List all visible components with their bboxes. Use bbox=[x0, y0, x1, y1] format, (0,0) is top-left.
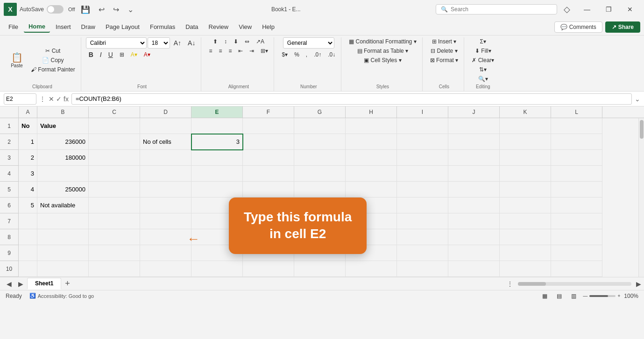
vertical-scrollbar[interactable] bbox=[638, 118, 644, 277]
sheet-nav-right[interactable]: ▶ bbox=[15, 279, 26, 289]
cell-c5[interactable] bbox=[89, 182, 140, 198]
close-button[interactable]: ✕ bbox=[620, 3, 640, 16]
align-right-button[interactable]: ≡ bbox=[226, 47, 234, 55]
cell-j10[interactable] bbox=[448, 261, 500, 277]
confirm-formula-button[interactable]: ✓ bbox=[56, 95, 62, 103]
sheet-nav-left[interactable]: ◀ bbox=[4, 279, 14, 289]
format-as-table-button[interactable]: ▤ Format as Table ▾ bbox=[354, 47, 411, 55]
cell-c3[interactable] bbox=[89, 150, 140, 166]
cell-c8[interactable] bbox=[89, 229, 140, 245]
cell-h5[interactable] bbox=[346, 182, 397, 198]
copy-button[interactable]: 📄 Copy bbox=[28, 56, 78, 64]
cell-a5[interactable]: 4 bbox=[19, 182, 37, 198]
col-header-c[interactable]: C bbox=[89, 106, 140, 118]
zoom-slider[interactable] bbox=[589, 295, 616, 297]
save-button[interactable]: 💾 bbox=[78, 3, 93, 16]
cell-l10[interactable] bbox=[551, 261, 602, 277]
italic-button[interactable]: I bbox=[97, 50, 105, 59]
cell-k1[interactable] bbox=[500, 118, 551, 134]
decrease-font-button[interactable]: A↓ bbox=[185, 38, 198, 48]
cell-b8[interactable] bbox=[37, 229, 89, 245]
cell-e2[interactable]: 3 bbox=[191, 134, 243, 150]
percent-button[interactable]: % bbox=[291, 50, 302, 59]
cell-i7[interactable] bbox=[397, 213, 448, 229]
cell-i4[interactable] bbox=[397, 166, 448, 182]
row-num-5[interactable]: 5 bbox=[0, 182, 19, 198]
cell-i9[interactable] bbox=[397, 245, 448, 261]
border-button[interactable]: ⊞ bbox=[117, 50, 127, 59]
normal-view-button[interactable]: ▦ bbox=[539, 292, 550, 300]
col-header-d[interactable]: D bbox=[140, 106, 191, 118]
cell-e4[interactable] bbox=[191, 166, 243, 182]
cell-b2[interactable]: 236000 bbox=[37, 134, 89, 150]
insert-function-button[interactable]: fx bbox=[64, 95, 69, 103]
menu-data[interactable]: Data bbox=[181, 21, 203, 32]
cell-h1[interactable] bbox=[346, 118, 397, 134]
col-header-f[interactable]: F bbox=[243, 106, 294, 118]
cell-j4[interactable] bbox=[448, 166, 500, 182]
cell-l8[interactable] bbox=[551, 229, 602, 245]
number-format-select[interactable]: General bbox=[283, 37, 334, 49]
cell-d9[interactable] bbox=[140, 245, 191, 261]
cell-k2[interactable] bbox=[500, 134, 551, 150]
align-middle-button[interactable]: ↕ bbox=[221, 37, 230, 46]
bold-button[interactable]: B bbox=[86, 50, 96, 59]
page-layout-view-button[interactable]: ▤ bbox=[554, 292, 565, 300]
customize-qat-button[interactable]: ⌄ bbox=[125, 3, 136, 16]
menu-draw[interactable]: Draw bbox=[77, 21, 100, 32]
cell-h2[interactable] bbox=[346, 134, 397, 150]
col-header-j[interactable]: J bbox=[448, 106, 500, 118]
decrease-decimal-button[interactable]: .0↓ bbox=[325, 50, 338, 59]
sort-filter-button[interactable]: ⇅▾ bbox=[476, 65, 489, 74]
page-break-view-button[interactable]: ▥ bbox=[568, 292, 579, 300]
redo-button[interactable]: ↪ bbox=[110, 3, 122, 16]
menu-view[interactable]: View bbox=[234, 21, 256, 32]
cell-c2[interactable] bbox=[89, 134, 140, 150]
cell-a7[interactable] bbox=[19, 213, 37, 229]
cell-f3[interactable] bbox=[243, 150, 294, 166]
horizontal-scroll-thumb[interactable] bbox=[518, 282, 546, 286]
cell-k10[interactable] bbox=[500, 261, 551, 277]
cell-i8[interactable] bbox=[397, 229, 448, 245]
cell-a3[interactable]: 2 bbox=[19, 150, 37, 166]
cell-d3[interactable] bbox=[140, 150, 191, 166]
menu-insert[interactable]: Insert bbox=[51, 21, 76, 32]
add-sheet-button[interactable]: + bbox=[62, 279, 73, 289]
cell-b10[interactable] bbox=[37, 261, 89, 277]
cell-e5[interactable] bbox=[191, 182, 243, 198]
menu-pagelayout[interactable]: Page Layout bbox=[101, 21, 144, 32]
font-family-select[interactable]: Calibri bbox=[86, 37, 147, 49]
wrap-text-button[interactable]: ⇔ bbox=[242, 37, 252, 46]
conditional-formatting-button[interactable]: ▦ Conditional Formatting ▾ bbox=[346, 37, 419, 46]
row-num-6[interactable]: 6 bbox=[0, 198, 19, 213]
cell-g10[interactable] bbox=[294, 261, 346, 277]
cell-f2[interactable] bbox=[243, 134, 294, 150]
increase-font-button[interactable]: A↑ bbox=[171, 38, 184, 48]
cell-i5[interactable] bbox=[397, 182, 448, 198]
menu-help[interactable]: Help bbox=[257, 21, 279, 32]
minimize-button[interactable]: — bbox=[577, 3, 597, 16]
cell-d5[interactable] bbox=[140, 182, 191, 198]
cell-c4[interactable] bbox=[89, 166, 140, 182]
cell-h3[interactable] bbox=[346, 150, 397, 166]
cell-reference-box[interactable]: E2 bbox=[4, 93, 36, 105]
cell-d2[interactable]: No of cells bbox=[140, 134, 191, 150]
cell-g4[interactable] bbox=[294, 166, 346, 182]
row-num-8[interactable]: 8 bbox=[0, 229, 19, 245]
menu-home[interactable]: Home bbox=[24, 21, 50, 33]
cell-g5[interactable] bbox=[294, 182, 346, 198]
cell-e3[interactable] bbox=[191, 150, 243, 166]
comma-button[interactable]: , bbox=[303, 50, 310, 59]
cell-i6[interactable] bbox=[397, 198, 448, 213]
scroll-left-button[interactable]: ⋮ bbox=[504, 279, 516, 289]
undo-button[interactable]: ↩ bbox=[96, 3, 107, 16]
merge-cells-button[interactable]: ⊞▾ bbox=[258, 47, 271, 55]
menu-file[interactable]: File bbox=[4, 21, 23, 32]
row-num-9[interactable]: 9 bbox=[0, 245, 19, 261]
cell-c10[interactable] bbox=[89, 261, 140, 277]
row-num-3[interactable]: 3 bbox=[0, 150, 19, 166]
row-num-1[interactable]: 1 bbox=[0, 118, 19, 134]
cell-a2[interactable]: 1 bbox=[19, 134, 37, 150]
increase-indent-button[interactable]: ⇥ bbox=[247, 47, 257, 55]
comments-button[interactable]: 💬 Comments bbox=[554, 21, 602, 33]
